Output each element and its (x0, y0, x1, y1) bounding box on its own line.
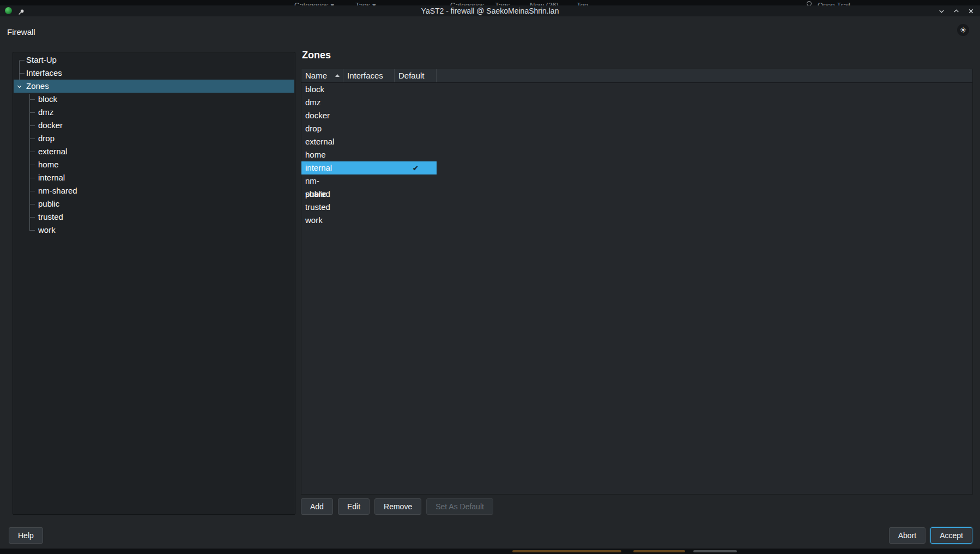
tree-expander-icon[interactable] (15, 80, 24, 93)
navigation-tree-panel: Start-UpInterfacesZonesblockdmzdockerdro… (13, 52, 295, 515)
column-header-default[interactable]: Default (395, 69, 437, 82)
close-icon[interactable] (967, 8, 975, 15)
tree-item-block[interactable]: block (14, 93, 294, 106)
zone-interfaces (343, 201, 395, 214)
tree-item-label: internal (38, 173, 65, 182)
tree-item-work[interactable]: work (14, 224, 294, 237)
zone-row-trusted[interactable]: trusted (301, 201, 437, 214)
background-text-fragment: Top (577, 1, 588, 5)
tree-item-label: drop (38, 134, 55, 143)
tree-item-home[interactable]: home (14, 158, 294, 171)
tree-item-label: trusted (38, 212, 63, 221)
zone-interfaces (343, 96, 395, 109)
zone-row-dmz[interactable]: dmz (301, 96, 437, 109)
zone-interfaces (343, 148, 395, 161)
background-open-trail-icon (807, 1, 812, 5)
zone-row-block[interactable]: block (301, 83, 437, 96)
tree-item-docker[interactable]: docker (14, 119, 294, 132)
zone-default (395, 109, 437, 122)
window-controls (938, 5, 975, 16)
zone-default (395, 122, 437, 135)
tree-item-dmz[interactable]: dmz (14, 106, 294, 119)
zone-row-external[interactable]: external (301, 135, 437, 148)
background-text-fragment: New (26) (530, 1, 559, 5)
background-text-fragment: Categories (450, 1, 485, 5)
zone-name: nm-shared (301, 174, 343, 188)
zones-tree: Start-UpInterfacesZonesblockdmzdockerdro… (14, 53, 294, 237)
background-text-blur (512, 550, 621, 552)
background-bottom-strip (0, 549, 980, 554)
edit-button[interactable]: Edit (338, 498, 370, 515)
tree-item-start-up[interactable]: Start-Up (14, 53, 294, 67)
background-text-fragment: Open Trail (818, 1, 850, 5)
tree-item-external[interactable]: external (14, 145, 294, 158)
zone-row-home[interactable]: home (301, 148, 437, 161)
tree-item-label: block (38, 94, 57, 104)
zone-name: internal (301, 161, 343, 174)
tree-item-label: external (38, 147, 67, 156)
zone-interfaces (343, 109, 395, 122)
maximize-icon[interactable] (953, 8, 960, 15)
minimize-icon[interactable] (938, 8, 945, 15)
table-header: Name Interfaces Default (301, 69, 972, 83)
zone-default (395, 174, 437, 188)
zone-interfaces (343, 135, 395, 148)
zone-default (395, 148, 437, 161)
footer-buttons: Abort Accept (889, 527, 972, 544)
background-text-blur (693, 550, 737, 552)
background-top-strip: Categories ▾Tags ▾CategoriesTagsNew (26)… (0, 0, 980, 5)
zones-table-body: blockdmzdockerdropexternalhomeinternal✔n… (301, 83, 972, 227)
tree-item-label: Interfaces (26, 68, 62, 77)
zone-default (395, 135, 437, 148)
zone-row-drop[interactable]: drop (301, 122, 437, 135)
tree-item-label: docker (38, 121, 63, 130)
abort-button[interactable]: Abort (889, 527, 925, 544)
remove-button[interactable]: Remove (374, 498, 421, 515)
yast-window: Firewall ☀ Start-UpInterfacesZonesblockd… (0, 16, 980, 549)
zone-default: ✔ (395, 161, 437, 174)
zone-row-docker[interactable]: docker (301, 109, 437, 122)
tree-item-interfaces[interactable]: Interfaces (14, 67, 294, 80)
tree-item-trusted[interactable]: trusted (14, 210, 294, 224)
column-header-name-label: Name (305, 71, 327, 80)
window-title: YaST2 - firewall @ SaekoMeinaShrin.lan (0, 7, 980, 15)
page-title: Zones (302, 50, 331, 61)
tree-item-nm-shared[interactable]: nm-shared (14, 184, 294, 197)
zone-actions: AddEditRemoveSet As Default (301, 498, 493, 515)
zone-row-work[interactable]: work (301, 214, 437, 227)
tree-item-public[interactable]: public (14, 197, 294, 210)
zone-name: docker (301, 109, 343, 122)
column-header-interfaces[interactable]: Interfaces (343, 69, 395, 82)
tree-item-label: nm-shared (38, 186, 77, 195)
zone-default (395, 214, 437, 227)
zone-interfaces (343, 188, 395, 201)
zone-row-nm-shared[interactable]: nm-shared (301, 174, 437, 188)
background-text-fragment: Tags ▾ (355, 1, 376, 5)
zone-name: dmz (301, 96, 343, 109)
zone-row-public[interactable]: public (301, 188, 437, 201)
background-text-fragment: Categories ▾ (294, 1, 334, 5)
zone-name: public (301, 188, 343, 201)
module-label: Firewall (7, 27, 35, 37)
brightness-sun-icon[interactable]: ☀ (957, 24, 969, 36)
tree-item-zones[interactable]: Zones (14, 80, 294, 93)
sort-asc-icon (335, 74, 340, 77)
zone-interfaces (343, 122, 395, 135)
zone-default (395, 188, 437, 201)
tree-item-label: public (38, 199, 59, 208)
add-button[interactable]: Add (301, 498, 333, 515)
background-text-blur (633, 550, 685, 552)
set-as-default-button: Set As Default (426, 498, 493, 515)
tree-item-drop[interactable]: drop (14, 132, 294, 145)
zone-name: external (301, 135, 343, 148)
accept-button[interactable]: Accept (930, 527, 972, 544)
background-text-fragment: Tags (495, 1, 510, 5)
tree-item-label: Zones (26, 81, 49, 91)
zone-name: work (301, 214, 343, 227)
tree-item-internal[interactable]: internal (14, 171, 294, 184)
zone-interfaces (343, 83, 395, 96)
column-header-name[interactable]: Name (301, 69, 343, 82)
zone-row-internal[interactable]: internal✔ (301, 161, 437, 174)
tree-item-label: work (38, 225, 56, 234)
help-button[interactable]: Help (9, 527, 43, 544)
